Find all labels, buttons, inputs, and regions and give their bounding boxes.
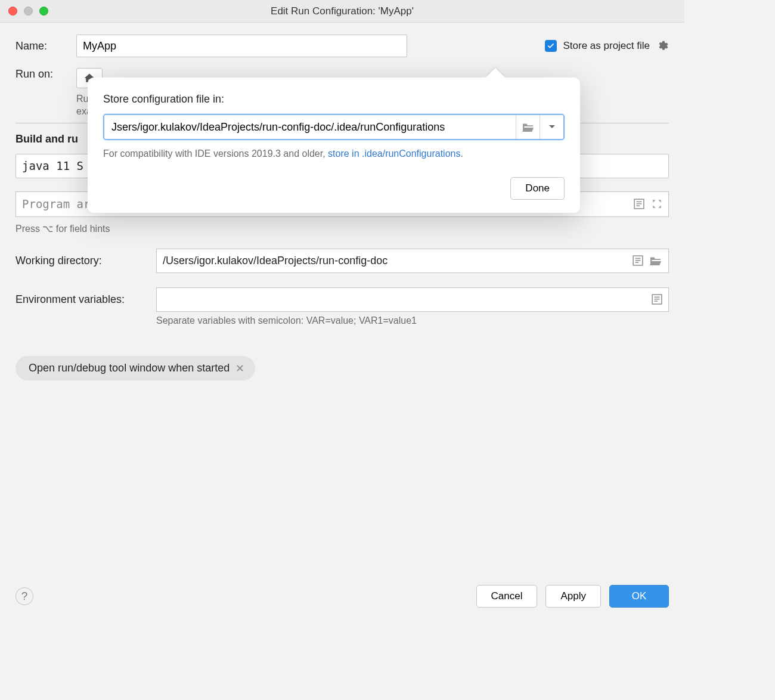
config-path-input[interactable] xyxy=(104,115,516,139)
svg-rect-2 xyxy=(637,203,642,205)
working-directory-label: Working directory: xyxy=(16,255,156,267)
gear-icon xyxy=(656,40,668,52)
svg-rect-7 xyxy=(636,262,639,263)
help-button[interactable]: ? xyxy=(16,587,33,605)
popover-title: Store configuration file in: xyxy=(103,93,565,106)
cancel-button[interactable]: Cancel xyxy=(476,585,538,608)
env-variables-input[interactable] xyxy=(156,287,669,312)
svg-rect-10 xyxy=(655,299,660,300)
store-as-project-gear-button[interactable] xyxy=(656,39,669,52)
compat-suffix: . xyxy=(460,148,463,159)
option-chip-open-tool-window[interactable]: Open run/debug tool window when started xyxy=(16,356,255,380)
chip-label: Open run/debug tool window when started xyxy=(29,362,230,374)
titlebar: Edit Run Configuration: 'MyApp' xyxy=(0,0,684,23)
name-row: Name: Store as project file xyxy=(16,35,669,57)
svg-rect-9 xyxy=(655,297,660,298)
macro-icon[interactable] xyxy=(634,199,644,209)
compat-note: For compatibility with IDE versions 2019… xyxy=(103,148,565,159)
chevron-down-icon xyxy=(548,123,556,131)
store-as-project-checkbox[interactable] xyxy=(545,40,557,52)
env-variables-row: Environment variables: xyxy=(16,287,669,312)
folder-open-icon[interactable] xyxy=(649,255,662,266)
window-title: Edit Run Configuration: 'MyApp' xyxy=(0,5,684,17)
jdk-value: java 11 S xyxy=(22,159,83,172)
svg-rect-3 xyxy=(637,205,640,206)
remove-chip-icon[interactable] xyxy=(235,364,244,373)
field-hint-text: Press ⌥ for field hints xyxy=(16,223,669,234)
working-directory-input[interactable]: /Users/igor.kulakov/IdeaProjects/run-con… xyxy=(156,249,669,273)
env-variables-helper: Separate variables with semicolon: VAR=v… xyxy=(156,315,669,326)
run-on-label: Run on: xyxy=(16,68,76,80)
working-directory-row: Working directory: /Users/igor.kulakov/I… xyxy=(16,249,669,273)
svg-rect-6 xyxy=(636,260,641,261)
env-variables-label: Environment variables: xyxy=(16,293,156,306)
svg-rect-11 xyxy=(655,301,658,302)
macro-icon[interactable] xyxy=(633,255,643,266)
name-input[interactable] xyxy=(76,35,407,57)
compat-text: For compatibility with IDE versions 2019… xyxy=(103,148,328,159)
path-history-dropdown[interactable] xyxy=(540,115,563,139)
name-label: Name: xyxy=(16,40,76,52)
done-button[interactable]: Done xyxy=(510,177,565,200)
config-path-field xyxy=(103,114,565,140)
ok-button[interactable]: OK xyxy=(609,585,669,608)
checkmark-icon xyxy=(547,42,555,50)
list-icon[interactable] xyxy=(652,294,662,305)
svg-rect-5 xyxy=(636,258,641,259)
expand-icon[interactable] xyxy=(652,199,662,209)
apply-button[interactable]: Apply xyxy=(545,585,601,608)
folder-open-icon xyxy=(522,122,535,132)
dialog-footer: ? Cancel Apply OK xyxy=(16,585,669,608)
browse-path-button[interactable] xyxy=(516,115,540,139)
svg-rect-1 xyxy=(637,202,642,203)
compat-link[interactable]: store in .idea/runConfigurations xyxy=(328,148,460,159)
help-icon: ? xyxy=(21,590,28,603)
store-config-popover: Store configuration file in: For compati… xyxy=(88,78,580,213)
store-as-project-wrap: Store as project file xyxy=(545,39,669,52)
store-as-project-label: Store as project file xyxy=(563,40,650,52)
working-directory-value: /Users/igor.kulakov/IdeaProjects/run-con… xyxy=(163,255,388,267)
